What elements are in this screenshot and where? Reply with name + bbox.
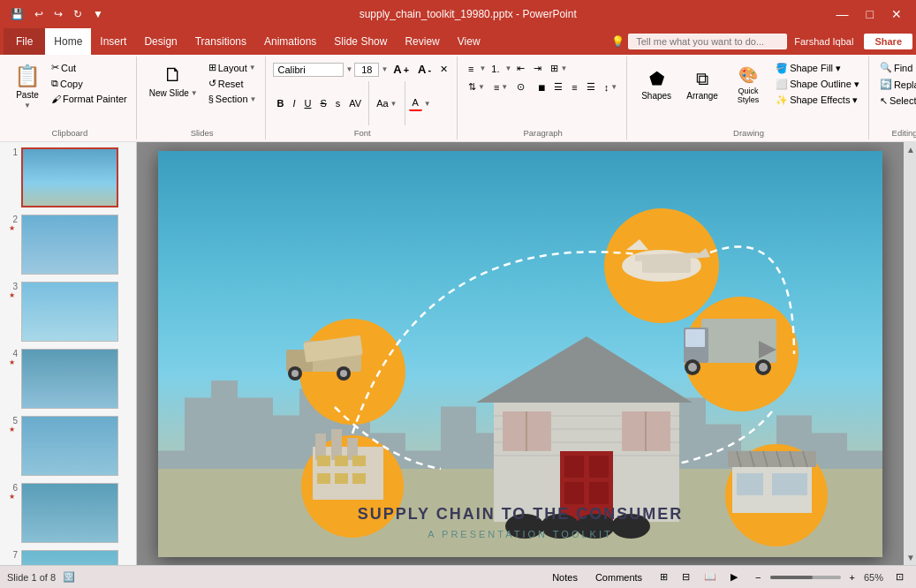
font-color-dropdown[interactable]: ▼ (424, 100, 431, 108)
redo-button[interactable]: ↪ (50, 6, 66, 22)
bullets-button[interactable]: ≡ (465, 62, 477, 76)
find-icon: 🔍 (880, 62, 892, 73)
svg-point-20 (685, 359, 700, 375)
fit-slide-button[interactable]: ⊡ (890, 569, 909, 584)
normal-view-button[interactable]: ⊞ (655, 569, 673, 584)
justify-button[interactable]: ☰ (583, 79, 599, 94)
notes-button[interactable]: Notes (547, 570, 583, 584)
layout-button[interactable]: ⊞ Layout ▼ (205, 60, 261, 75)
shape-effects-button[interactable]: ✨ Shape Effects ▾ (772, 93, 863, 108)
section-button[interactable]: § Section ▼ (205, 92, 261, 106)
copy-button[interactable]: ⧉ Copy (48, 76, 131, 91)
search-input[interactable] (628, 34, 787, 49)
align-right-button[interactable]: ≡ (568, 80, 580, 94)
line-spacing-button[interactable]: ↕▼ (601, 80, 621, 94)
cut-button[interactable]: ✂ Cut (48, 60, 131, 75)
scroll-up-arrow[interactable]: ▲ (904, 142, 916, 157)
font-size-input[interactable] (354, 63, 379, 77)
share-button[interactable]: Share (864, 34, 912, 49)
slide-thumb-3[interactable]: 3 ★ (4, 280, 132, 343)
undo-button[interactable]: ↩ (31, 6, 47, 22)
font-size-dropdown[interactable]: ▼ (381, 65, 388, 73)
maximize-button[interactable]: □ (859, 5, 881, 23)
font-name-dropdown[interactable]: ▼ (345, 65, 352, 73)
menu-review[interactable]: Review (396, 28, 448, 55)
drawing-content: ⬟ Shapes ⧉ Arrange 🎨 QuickStyles 🪣 Shape… (634, 60, 863, 126)
shadow-button[interactable]: s (332, 96, 344, 110)
svg-point-22 (755, 359, 771, 375)
customize-quick-access-button[interactable]: ▼ (89, 6, 107, 22)
font-name-input[interactable] (273, 63, 344, 77)
menu-slideshow[interactable]: Slide Show (325, 28, 396, 55)
shape-outline-button[interactable]: ⬜ Shape Outline ▾ (772, 77, 863, 92)
user-button[interactable]: Farshad Iqbal (787, 34, 860, 49)
numbering-button[interactable]: 1. (488, 62, 503, 76)
arrange-button[interactable]: ⧉ Arrange (680, 65, 724, 104)
reading-view-button[interactable]: 📖 (699, 569, 722, 584)
menu-home[interactable]: Home (45, 28, 91, 55)
align-text-button[interactable]: ≡▼ (490, 80, 511, 94)
slide-thumb-6[interactable]: 6 ★ (4, 481, 132, 545)
menu-animations[interactable]: Animations (255, 28, 325, 55)
align-left-button[interactable]: ⬛︎ (535, 80, 549, 94)
comments-button[interactable]: Comments (590, 570, 647, 584)
close-button[interactable]: ✕ (884, 5, 909, 23)
shapes-button[interactable]: ⬟ Shapes (634, 64, 678, 104)
zoom-out-button[interactable]: − (750, 570, 766, 584)
menu-insert[interactable]: Insert (91, 28, 135, 55)
slide-thumb-7[interactable]: 7 ★ (4, 548, 132, 565)
strikethrough-button[interactable]: S (316, 96, 329, 110)
menu-transitions[interactable]: Transitions (186, 28, 255, 55)
smartart-button[interactable]: ⊙ (513, 79, 528, 94)
zoom-in-button[interactable]: + (844, 570, 860, 584)
decrease-font-button[interactable]: A- (414, 61, 435, 78)
align-center-button[interactable]: ☰ (550, 79, 566, 94)
select-button[interactable]: ↖ Select ▾ (876, 94, 916, 109)
main-slide[interactable]: SUPPLY CHAIN TO THE CONSUMER A PRESENTAT… (158, 151, 882, 557)
shape-fill-button[interactable]: 🪣 Shape Fill ▾ (772, 61, 863, 76)
slide-sorter-button[interactable]: ⊟ (677, 569, 695, 584)
right-scrollbar[interactable]: ▲ ▼ (904, 142, 916, 565)
text-direction-button[interactable]: ⇅▼ (465, 79, 488, 94)
slide-preview-6 (21, 483, 118, 543)
editing-group: 🔍 Find 🔄 Replace ↖ Select ▾ Editing (871, 57, 916, 139)
zoom-slider[interactable] (770, 576, 841, 579)
svg-marker-8 (693, 248, 710, 259)
paragraph-label: Paragraph (465, 126, 621, 138)
columns-button[interactable]: ⊞▼ (547, 61, 571, 76)
zoom-track (770, 576, 813, 579)
scroll-down-arrow[interactable]: ▼ (904, 550, 916, 565)
italic-button[interactable]: I (289, 96, 299, 110)
find-button[interactable]: 🔍 Find (876, 60, 916, 75)
slide-panel[interactable]: 1 ★ 2 ★ 3 ★ 4 ★ (0, 142, 137, 565)
save-button[interactable]: 💾 (7, 6, 27, 22)
repeat-button[interactable]: ↻ (70, 6, 86, 22)
increase-indent-button[interactable]: ⇥ (530, 61, 545, 76)
font-content: ▼ ▼ A+ A- ✕ B I U S s AV Aa▼ A ▼ (273, 60, 451, 126)
menu-file[interactable]: File (4, 28, 45, 55)
paste-button[interactable]: 📋 Paste ▼ (9, 60, 46, 113)
change-case-button[interactable]: Aa▼ (373, 96, 400, 110)
replace-button[interactable]: 🔄 Replace (876, 77, 916, 92)
new-slide-button[interactable]: 🗋 New Slide ▼ (144, 60, 203, 102)
slide-thumb-1[interactable]: 1 ★ (4, 146, 132, 209)
format-painter-button[interactable]: 🖌 Format Painter (48, 92, 131, 106)
reset-button[interactable]: ↺ Reset (205, 76, 261, 91)
minimize-button[interactable]: — (829, 5, 856, 23)
clear-format-button[interactable]: ✕ (436, 62, 451, 77)
underline-button[interactable]: U (300, 96, 314, 110)
quick-styles-button[interactable]: 🎨 QuickStyles (726, 62, 770, 108)
font-color-button[interactable]: A (409, 95, 422, 111)
char-spacing-button[interactable]: AV (345, 96, 365, 110)
bold-button[interactable]: B (273, 96, 287, 110)
slide-thumb-2[interactable]: 2 ★ (4, 213, 132, 276)
menu-view[interactable]: View (449, 28, 489, 55)
slide-thumb-5[interactable]: 5 ★ (4, 414, 132, 478)
increase-font-button[interactable]: A+ (390, 61, 413, 78)
slide-thumb-4[interactable]: 4 ★ (4, 347, 132, 411)
decrease-indent-button[interactable]: ⇤ (513, 61, 528, 76)
svg-rect-10 (304, 341, 361, 372)
slideshow-button[interactable]: ▶ (725, 569, 743, 584)
shape-effects-icon: ✨ (776, 94, 788, 106)
menu-design[interactable]: Design (135, 28, 185, 55)
